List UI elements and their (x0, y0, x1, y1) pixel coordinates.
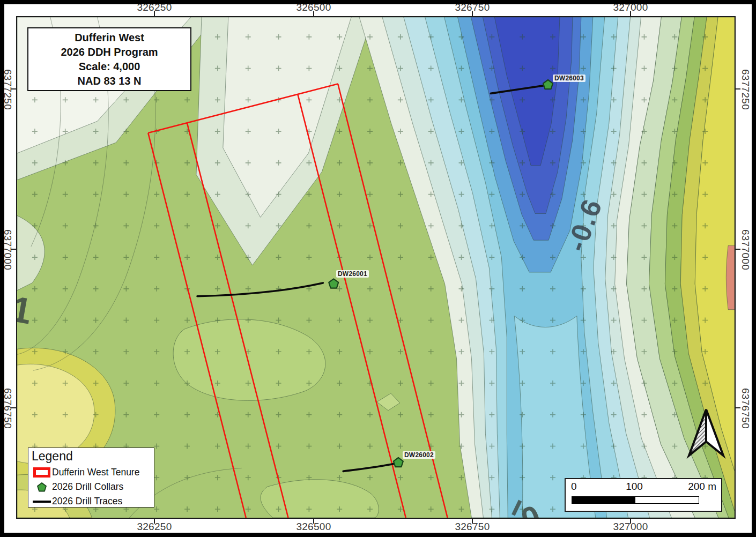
scale-bar-graphic (572, 496, 699, 504)
axis-label-bottom: 326750 (448, 521, 496, 533)
map-title-line: Scale: 4,000 (28, 59, 190, 74)
collar-swatch (32, 482, 52, 492)
contour-field: -0.6 1 0 (17, 17, 735, 518)
legend-item-tenure: Dufferin West Tenure (32, 465, 154, 480)
map-title-box: Dufferin West 2026 DDH Program Scale: 4,… (27, 27, 191, 91)
drill-label-dw26001: DW26001 (336, 270, 369, 278)
axis-label-top: 327000 (606, 2, 655, 13)
scale-bar-start: 0 (571, 481, 577, 493)
trace-swatch (32, 501, 52, 503)
legend: Legend Dufferin West Tenure 2026 Drill C… (28, 447, 154, 508)
legend-item-traces: 2026 Drill Traces (32, 494, 154, 509)
axis-label-right: 6377000 (739, 226, 751, 274)
drill-label-dw26003: DW26003 (553, 74, 585, 82)
legend-item-label: 2026 Drill Collars (52, 481, 123, 493)
axis-label-left: 6377000 (2, 226, 13, 274)
axis-label-left: 6377250 (2, 65, 13, 114)
legend-title: Legend (32, 449, 154, 464)
axis-label-bottom: 327000 (606, 521, 655, 533)
drill-label-dw26002: DW26002 (403, 451, 435, 459)
salmon-high-zone (726, 245, 735, 309)
axis-label-bottom: 326500 (290, 521, 338, 533)
north-arrow-icon (686, 407, 726, 459)
tenure-swatch (32, 467, 52, 478)
axis-label-right: 6376750 (739, 384, 751, 432)
legend-item-collars: 2026 Drill Collars (32, 480, 154, 494)
map-title-line: NAD 83 13 N (28, 74, 190, 88)
axis-label-top: 326250 (130, 2, 179, 13)
axis-label-right: 6377250 (739, 65, 751, 114)
axis-label-bottom: 326250 (130, 521, 179, 533)
map-title-line: 2026 DDH Program (28, 45, 190, 59)
scale-bar-mid: 100 (626, 481, 643, 493)
map-page: -0.6 1 0 DW26001 DW26002 DW26003 (0, 0, 756, 537)
legend-item-label: 2026 Drill Traces (52, 496, 122, 507)
map-title-line: Dufferin West (28, 31, 190, 45)
axis-label-top: 326750 (448, 2, 496, 13)
pentagon-icon (37, 482, 47, 492)
legend-item-label: Dufferin West Tenure (52, 467, 139, 478)
axis-label-left: 6376750 (2, 384, 13, 432)
map-canvas: -0.6 1 0 (16, 16, 736, 519)
axis-label-top: 326500 (290, 2, 338, 13)
scale-bar: 0 100 200 m (565, 478, 722, 512)
scale-bar-end: 200 m (688, 481, 716, 493)
